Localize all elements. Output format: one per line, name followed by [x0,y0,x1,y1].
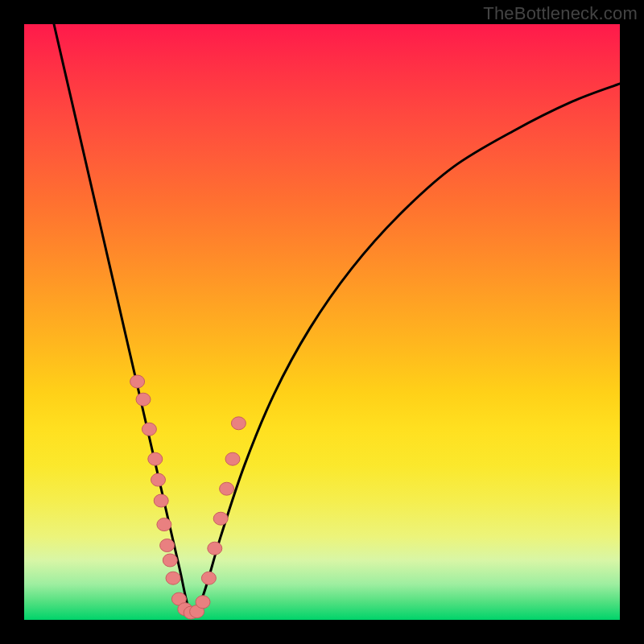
plot-area [24,24,620,620]
chart-frame: TheBottleneck.com [0,0,644,644]
watermark-text: TheBottleneck.com [483,3,638,24]
heat-gradient-background [24,24,620,620]
